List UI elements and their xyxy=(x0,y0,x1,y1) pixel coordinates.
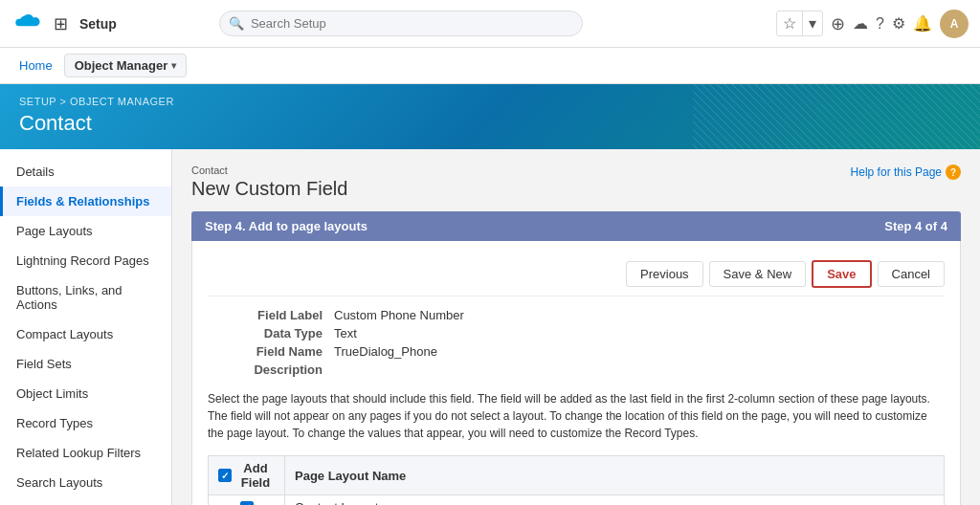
nav-icons: ☆ ▾ ⊕ ☁ ? ⚙ 🔔 A xyxy=(776,10,969,38)
layout-table: ✓ Add Field Page Layout Name ✓Contact La… xyxy=(208,455,945,505)
object-manager-label: Object Manager xyxy=(75,58,168,73)
header-banner: SETUP > OBJECT MANAGER Contact xyxy=(0,84,980,149)
avatar[interactable]: A xyxy=(940,10,969,38)
sidebar-item-fields---relationships[interactable]: Fields & Relationships xyxy=(0,187,171,216)
salesforce-logo xyxy=(11,9,42,39)
sidebar-item-field-sets[interactable]: Field Sets xyxy=(0,349,171,379)
help-link-label: Help for this Page xyxy=(851,165,942,179)
description-value xyxy=(334,362,945,377)
sub-navigation: Home Object Manager ▾ xyxy=(0,48,980,84)
sidebar-wrapper: DetailsFields & RelationshipsPage Layout… xyxy=(0,149,172,505)
save-and-new-button[interactable]: Save & New xyxy=(709,261,807,287)
star-dropdown-icon[interactable]: ▾ xyxy=(803,11,822,35)
header-checkbox[interactable]: ✓ xyxy=(218,469,232,482)
bell-icon[interactable]: 🔔 xyxy=(913,14,932,33)
page-header: Contact New Custom Field Help for this P… xyxy=(191,165,961,200)
field-name-value: TrueDialog_Phone xyxy=(334,344,945,359)
star-icon[interactable]: ☆ xyxy=(777,11,803,35)
app-name: Setup xyxy=(79,16,117,32)
content-area: Contact New Custom Field Help for this P… xyxy=(172,149,980,505)
data-type-value: Text xyxy=(334,326,945,340)
sidebar-item-buttons--links--and-actions[interactable]: Buttons, Links, and Actions xyxy=(0,275,171,319)
sidebar-item-record-types[interactable]: Record Types xyxy=(0,408,171,438)
page-layout-name-header: Page Layout Name xyxy=(285,456,945,495)
sidebar: DetailsFields & RelationshipsPage Layout… xyxy=(0,149,172,505)
layout-name-cell-0: Contact Layout xyxy=(285,495,945,506)
sidebar-item-compact-layouts[interactable]: Compact Layouts xyxy=(0,319,171,349)
cancel-button[interactable]: Cancel xyxy=(878,261,945,287)
field-info: Field Label Custom Phone Number Data Typ… xyxy=(208,308,945,377)
step-label: Step 4. Add to page layouts xyxy=(205,219,368,233)
cloud-icon[interactable]: ☁ xyxy=(853,14,868,33)
sidebar-item-details[interactable]: Details xyxy=(0,157,171,187)
field-name-key: Field Name xyxy=(208,344,323,359)
content-context: Contact xyxy=(191,165,347,176)
sidebar-item-page-layouts[interactable]: Page Layouts xyxy=(0,216,171,246)
waffle-menu[interactable]: ⊞ xyxy=(54,13,68,34)
step-bar: Step 4. Add to page layouts Step 4 of 4 xyxy=(191,211,961,241)
help-icon[interactable]: ? xyxy=(876,15,884,33)
bookmark-group: ☆ ▾ xyxy=(776,11,823,36)
sidebar-item-lightning-record-pages[interactable]: Lightning Record Pages xyxy=(0,246,171,275)
main-layout: DetailsFields & RelationshipsPage Layout… xyxy=(0,149,980,505)
checkbox-cell-0: ✓ xyxy=(209,495,285,506)
add-icon[interactable]: ⊕ xyxy=(831,13,845,34)
step-info: Step 4 of 4 xyxy=(884,219,947,233)
gear-icon[interactable]: ⚙ xyxy=(892,14,905,33)
row-checkbox-0[interactable]: ✓ xyxy=(240,501,254,506)
sidebar-item-search-layouts[interactable]: Search Layouts xyxy=(0,468,171,497)
search-input[interactable] xyxy=(219,11,583,36)
page-title-area: Contact New Custom Field xyxy=(191,165,347,200)
search-bar: 🔍 xyxy=(219,11,583,36)
breadcrumb-separator: > xyxy=(60,96,70,107)
object-manager-tab[interactable]: Object Manager ▾ xyxy=(64,54,188,77)
add-field-header: ✓ Add Field xyxy=(209,456,285,495)
description-key: Description xyxy=(208,362,323,377)
help-link[interactable]: Help for this Page ? xyxy=(851,165,961,180)
field-label-key: Field Label xyxy=(208,308,323,322)
breadcrumb-object-manager[interactable]: OBJECT MANAGER xyxy=(70,96,174,107)
search-icon: 🔍 xyxy=(229,16,244,31)
content-title: New Custom Field xyxy=(191,178,347,200)
save-button[interactable]: Save xyxy=(812,260,871,288)
sidebar-item-list-view-button-layout[interactable]: List View Button Layout xyxy=(0,497,171,505)
data-type-key: Data Type xyxy=(208,326,323,340)
breadcrumb-setup[interactable]: SETUP xyxy=(19,96,56,107)
top-navigation: ⊞ Setup 🔍 ☆ ▾ ⊕ ☁ ? ⚙ 🔔 A xyxy=(0,0,980,48)
previous-button[interactable]: Previous xyxy=(626,261,703,287)
chevron-down-icon: ▾ xyxy=(171,60,176,71)
home-link[interactable]: Home xyxy=(11,58,60,73)
sidebar-item-object-limits[interactable]: Object Limits xyxy=(0,379,171,408)
top-action-bar: Previous Save & New Save Cancel xyxy=(208,252,945,296)
form-content: Previous Save & New Save Cancel Field La… xyxy=(191,241,961,505)
description-text: Select the page layouts that should incl… xyxy=(208,390,945,442)
field-label-value: Custom Phone Number xyxy=(334,308,945,322)
help-circle-icon: ? xyxy=(946,165,961,180)
add-field-header-label: Add Field xyxy=(236,461,275,490)
table-row: ✓Contact Layout xyxy=(209,495,945,506)
sidebar-item-related-lookup-filters[interactable]: Related Lookup Filters xyxy=(0,438,171,468)
